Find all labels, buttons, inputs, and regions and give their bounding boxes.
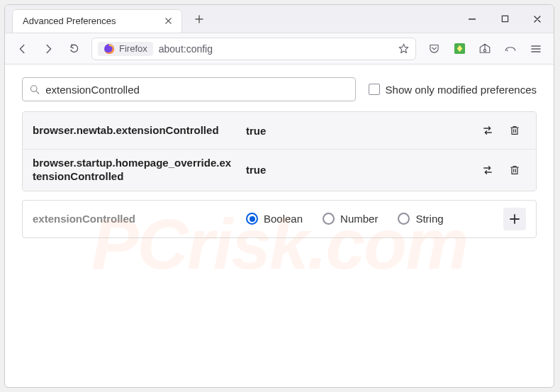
radio-icon [246,213,258,225]
preference-value: true [246,164,465,176]
sync-button[interactable] [498,37,522,61]
identity-label: Firefox [119,43,147,54]
new-tab-button[interactable] [189,9,209,29]
preference-actions [476,119,526,142]
identity-chip[interactable]: Firefox [98,42,153,56]
minimize-button[interactable] [456,5,488,33]
svg-point-4 [507,50,508,51]
search-row: Show only modified preferences [22,77,537,101]
preference-row: browser.startup.homepage_override.extens… [23,150,536,191]
toggle-button[interactable] [476,119,499,142]
app-menu-button[interactable] [524,37,548,61]
radio-icon [323,213,335,225]
radio-label: Boolean [264,213,303,225]
preference-row: browser.newtab.extensionControlled true [23,112,536,150]
svg-rect-0 [502,16,508,21]
bookmark-star-button[interactable] [398,43,410,55]
maximize-button[interactable] [488,5,521,33]
type-radio-group: Boolean Number String [246,213,492,225]
browser-window: Advanced Preferences [4,4,554,388]
close-window-button[interactable] [521,5,554,33]
radio-icon [398,213,410,225]
preference-name: browser.newtab.extensionControlled [33,124,235,138]
radio-boolean[interactable]: Boolean [246,213,303,225]
url-text: about:config [159,43,213,55]
close-tab-button[interactable] [162,15,174,28]
back-button[interactable] [11,37,35,61]
forward-button[interactable] [36,37,60,61]
window-controls [456,5,554,33]
delete-button[interactable] [503,159,526,181]
radio-string[interactable]: String [398,213,443,225]
preference-actions [476,159,526,181]
checkbox-icon [369,84,380,95]
search-input[interactable] [45,84,347,96]
preference-value: true [246,125,465,137]
firefox-icon [103,43,115,55]
titlebar: Advanced Preferences [5,5,554,33]
address-bar[interactable]: Firefox about:config [91,38,416,60]
toggle-button[interactable] [476,159,499,181]
new-preference-name: extensionControlled [33,213,235,225]
show-only-modified-label: Show only modified preferences [386,84,537,96]
preferences-table: browser.newtab.extensionControlled true … [22,111,537,191]
delete-button[interactable] [503,119,526,142]
tab-title: Advanced Preferences [23,16,162,26]
show-only-modified-toggle[interactable]: Show only modified preferences [369,84,537,96]
svg-point-5 [30,85,37,91]
account-button[interactable] [473,37,497,61]
search-box[interactable] [22,77,356,101]
browser-tab[interactable]: Advanced Preferences [12,9,182,33]
navigation-bar: Firefox about:config [5,33,554,65]
reload-button[interactable] [62,37,86,61]
radio-label: String [415,213,443,225]
new-preference-row: extensionControlled Boolean Number Strin… [22,200,537,238]
radio-number[interactable]: Number [323,213,378,225]
pocket-button[interactable] [422,37,446,61]
extension-button[interactable] [447,37,471,61]
add-preference-button[interactable] [503,208,526,230]
page-content: PCrisk.com Show only modified preference… [5,65,554,387]
radio-label: Number [340,213,378,225]
search-icon [30,84,40,95]
svg-point-3 [483,49,486,51]
preference-name: browser.startup.homepage_override.extens… [33,157,235,184]
